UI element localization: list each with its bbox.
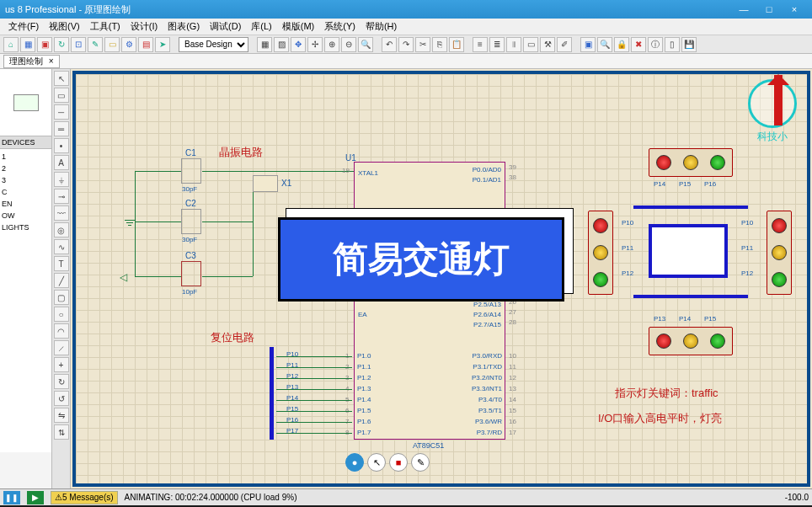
group-icon[interactable]: ▭ [523,37,538,52]
generator-tool-icon[interactable]: ∿ [54,239,69,254]
probe-tool-icon[interactable]: ◎ [54,222,69,237]
menu-system[interactable]: 系统(Y) [319,20,361,33]
maximize-button[interactable]: □ [756,2,782,17]
circle-tool-icon[interactable]: ○ [54,307,69,322]
arc-tool-icon[interactable]: ◠ [54,323,69,339]
home-icon[interactable]: ⌂ [3,37,19,52]
menu-help[interactable]: 帮助(H) [361,20,402,33]
zoom-out-icon[interactable]: ⊖ [341,37,356,52]
rect-tool-icon[interactable]: ▢ [54,290,69,305]
flip-v-icon[interactable]: ⇅ [54,424,69,440]
pin-tool-icon[interactable]: ⊸ [54,189,69,204]
search-icon[interactable]: 🔍 [597,37,612,52]
refresh-icon[interactable]: ↻ [54,37,69,52]
label-tool-icon[interactable]: A [54,155,69,170]
zoom-fit-icon[interactable]: ⊡ [71,37,86,52]
component-icon[interactable]: ▭ [104,37,120,52]
crystal-x1[interactable] [253,175,278,192]
redo-icon[interactable]: ↷ [398,37,414,52]
pcb-icon[interactable]: ▣ [37,37,52,52]
cut-icon[interactable]: ✂ [415,37,430,52]
capacitor-c3[interactable] [181,261,201,286]
copy-icon[interactable]: ⎘ [432,37,447,52]
save-icon[interactable]: 💾 [681,37,697,52]
power-tool-icon[interactable]: ⏚ [54,172,69,187]
menu-library[interactable]: 库(L) [246,20,276,33]
path-tool-icon[interactable]: ⟋ [54,340,69,355]
pan-icon[interactable]: ✢ [307,37,323,52]
tool3-icon[interactable]: ✐ [557,37,572,52]
rotate-ccw-icon[interactable]: ↺ [54,391,69,406]
device-item[interactable]: EN [2,198,50,210]
device-item[interactable]: OW [2,210,50,221]
menu-debug[interactable]: 调试(D) [205,20,246,33]
menu-file[interactable]: 文件(F) [3,20,44,33]
traffic-light-bottom[interactable] [649,327,733,355]
pause-button[interactable]: ❚❚ [3,491,20,504]
zoom-in-icon[interactable]: ⊕ [324,37,339,52]
line-tool-icon[interactable]: ╱ [54,273,69,288]
device-item[interactable]: C [2,186,50,198]
junction-tool-icon[interactable]: • [54,138,69,153]
delete-icon[interactable]: ✖ [631,37,646,52]
grid-icon[interactable]: ▦ [257,37,272,52]
tool-icon[interactable]: ✎ [88,37,103,52]
zoom-icon[interactable]: 🔍 [358,37,373,52]
menu-design[interactable]: 设计(I) [126,20,163,33]
seven-seg-display[interactable] [649,224,728,278]
schematic-tab[interactable]: 理图绘制 × [3,55,60,68]
tool2-icon[interactable]: ⚒ [540,37,555,52]
schematic-icon[interactable]: ▦ [20,37,35,52]
capacitor-c1[interactable] [181,158,201,184]
traffic-light-top[interactable] [649,148,733,177]
close-button[interactable]: × [782,2,807,17]
design-mode-select[interactable]: Base Design [179,37,248,52]
distribute-icon[interactable]: ⫴ [506,37,521,52]
menu-view[interactable]: 视图(V) [44,20,85,33]
flip-h-icon[interactable]: ⇋ [54,408,69,423]
arrow-icon[interactable]: ➤ [155,37,170,52]
graph-tool-icon[interactable]: 〰 [54,205,69,221]
device-item[interactable]: 2 [2,163,50,174]
schematic-canvas[interactable]: 科技小 晶振电路 C1 30pF C2 30pF C3 10pF X1 [72,71,810,487]
minimize-button[interactable]: — [731,2,756,17]
paste-icon[interactable]: 📋 [449,37,464,52]
led-red [772,218,787,233]
snap-icon[interactable]: ▨ [274,37,289,52]
doc-icon[interactable]: ▯ [665,37,680,52]
device-item[interactable]: LIGHTS [2,221,50,233]
component-tool-icon[interactable]: ▭ [54,88,69,103]
select-tool-icon[interactable]: ↖ [54,71,69,86]
device-item[interactable]: 1 [2,151,50,163]
capacitor-c2[interactable] [181,209,201,234]
menu-chart[interactable]: 图表(G) [163,20,205,33]
cursor-icon[interactable]: ↖ [367,453,386,472]
rotate-cw-icon[interactable]: ↻ [54,374,69,389]
tab-close-icon[interactable]: × [49,56,54,66]
gear-icon[interactable]: ⚙ [121,37,136,52]
text-tool-icon[interactable]: T [54,256,69,271]
wire-tool-icon[interactable]: ─ [54,104,69,120]
menu-tools[interactable]: 工具(T) [85,20,126,33]
record-button[interactable]: ● [345,453,364,472]
devices-list[interactable]: 1 2 3 C EN OW LIGHTS [0,149,51,452]
pen-tool-button[interactable]: ✎ [411,453,430,472]
device-item[interactable]: 3 [2,174,50,186]
align-icon[interactable]: ≡ [473,37,488,52]
move-icon[interactable]: ✥ [291,37,306,52]
align2-icon[interactable]: ≣ [489,37,505,52]
traffic-light-left[interactable] [588,211,613,295]
undo-icon[interactable]: ↶ [382,37,397,52]
info-icon[interactable]: ⓘ [648,37,663,52]
bus-tool-icon[interactable]: ═ [54,121,69,136]
bus-label: P12 [622,270,633,277]
sheet-icon[interactable]: ▤ [138,37,153,52]
marker-tool-icon[interactable]: + [54,357,69,372]
menu-template[interactable]: 模版(M) [277,20,320,33]
messages-button[interactable]: ⚠ 5 Message(s) [51,491,118,504]
traffic-light-right[interactable] [767,211,792,295]
play-button[interactable]: ▶ [27,491,44,504]
library-icon[interactable]: ▣ [580,37,596,52]
stop-record-button[interactable]: ■ [389,453,408,472]
lock-icon[interactable]: 🔒 [614,37,629,52]
